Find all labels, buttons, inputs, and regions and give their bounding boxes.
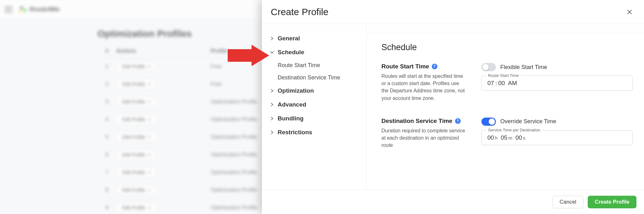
hours-value: 00 <box>487 134 494 141</box>
nav-label: Bundling <box>278 115 303 122</box>
hour-value: 07 <box>487 80 494 87</box>
destination-service-time-block: Destination Service Time ? Duration requ… <box>381 118 633 149</box>
nav-label: Restrictions <box>278 129 312 136</box>
field-title-text: Destination Service Time <box>381 118 452 124</box>
nav-label: General <box>278 35 300 42</box>
nav-label: Schedule <box>278 49 304 56</box>
chevron-right-icon <box>269 37 275 40</box>
chevron-right-icon <box>269 130 275 134</box>
chevron-right-icon <box>269 103 275 107</box>
override-service-time-row: Override Service Time <box>481 118 633 126</box>
minutes-unit: m <box>508 135 513 141</box>
nav-sub-route-start-time[interactable]: Route Start Time <box>263 59 363 72</box>
section-heading: Schedule <box>381 43 633 52</box>
create-profile-modal: Create Profile General Schedule Route St… <box>262 0 644 214</box>
modal-header: Create Profile <box>262 0 644 24</box>
time-colon: : <box>495 80 497 87</box>
seconds-unit: s <box>523 135 525 141</box>
modal-footer: Cancel Create Profile <box>262 189 644 214</box>
nav-item-restrictions[interactable]: Restrictions <box>263 125 363 139</box>
route-start-time-block: Route Start Time ? Routes will start at … <box>381 63 633 102</box>
modal-title: Create Profile <box>271 7 328 17</box>
close-button[interactable] <box>624 6 635 18</box>
cancel-button[interactable]: Cancel <box>552 196 584 208</box>
nav-item-optimization[interactable]: Optimization <box>263 84 363 98</box>
help-icon[interactable]: ? <box>432 64 437 69</box>
field-title-text: Route Start Time <box>381 63 429 70</box>
override-service-time-toggle[interactable] <box>481 118 496 126</box>
input-label: Service Time per Destination <box>486 128 542 132</box>
close-icon <box>626 9 633 15</box>
create-profile-button[interactable]: Create Profile <box>588 196 636 208</box>
modal-body: General Schedule Route Start Time Destin… <box>262 24 644 189</box>
flexible-start-time-label: Flexible Start Time <box>500 64 547 71</box>
route-start-time-desc: Routes will start at the specified time … <box>381 72 466 102</box>
flexible-start-time-row: Flexible Start Time <box>481 63 633 71</box>
destination-service-time-desc: Duration required to complete service at… <box>381 127 466 149</box>
flexible-start-time-toggle[interactable] <box>481 63 496 71</box>
ampm-value: AM <box>508 80 517 87</box>
nav-sub-destination-service-time[interactable]: Destination Service Time <box>263 72 363 84</box>
hours-unit: h <box>495 135 497 141</box>
input-label: Route Start Time <box>486 73 521 78</box>
help-icon[interactable]: ? <box>455 118 461 124</box>
minute-value: 00 <box>498 80 505 87</box>
chevron-right-icon <box>269 89 275 93</box>
modal-content: Schedule Route Start Time ? Routes will … <box>366 33 644 189</box>
route-start-time-title: Route Start Time ? <box>381 63 466 70</box>
seconds-value: 00 <box>515 134 522 141</box>
nav-item-advanced[interactable]: Advanced <box>263 98 363 112</box>
chevron-right-icon <box>269 117 275 120</box>
nav-item-general[interactable]: General <box>263 32 363 45</box>
nav-label: Optimization <box>278 87 314 94</box>
route-start-time-input[interactable]: Route Start Time 07 : 00 AM <box>481 76 633 91</box>
nav-item-schedule[interactable]: Schedule <box>263 45 363 59</box>
modal-nav: General Schedule Route Start Time Destin… <box>262 24 366 189</box>
nav-label: Advanced <box>278 101 306 108</box>
override-service-time-label: Override Service Time <box>500 118 556 125</box>
nav-item-bundling[interactable]: Bundling <box>263 112 363 125</box>
modal-overlay: Create Profile General Schedule Route St… <box>0 0 644 214</box>
service-time-per-destination-input[interactable]: Service Time per Destination 00h 05m 00s <box>481 130 633 145</box>
destination-service-time-title: Destination Service Time ? <box>381 118 466 124</box>
chevron-down-icon <box>269 50 275 54</box>
minutes-value: 05 <box>501 134 507 141</box>
